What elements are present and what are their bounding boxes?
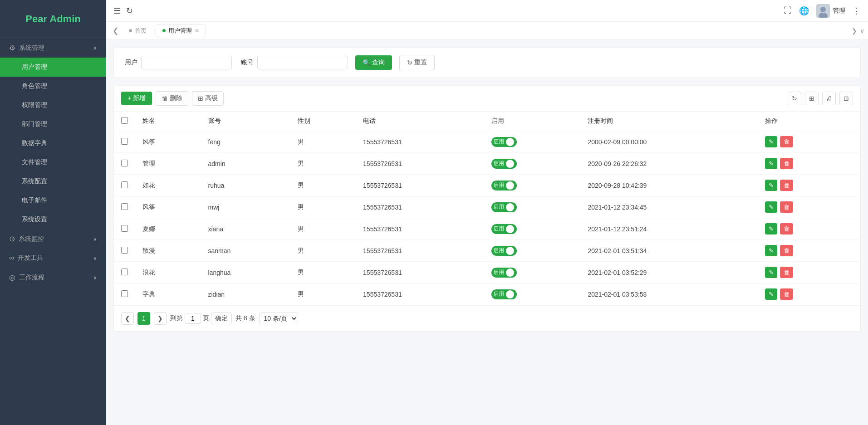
sidebar-group-header-workflow[interactable]: ◎ 工作流程 ∨ — [0, 268, 106, 287]
refresh-icon[interactable]: ↻ — [126, 6, 133, 16]
sidebar-item-permission-management[interactable]: 权限管理 — [0, 96, 106, 115]
toggle-enabled-6[interactable]: 启用 — [491, 268, 517, 278]
cell-gender-7: 男 — [290, 283, 356, 305]
cell-phone-5: 15553726531 — [356, 240, 484, 262]
fullscreen-icon[interactable]: ⛶ — [784, 6, 792, 15]
tab-home[interactable]: 首页 — [123, 25, 153, 37]
toggle-enabled-7[interactable]: 启用 — [491, 289, 517, 299]
edit-button-7[interactable]: ✎ — [765, 288, 777, 300]
user-search-input[interactable] — [141, 56, 232, 69]
print-button[interactable]: 🖨 — [822, 92, 836, 105]
sidebar-group-label-system-management: 系统管理 — [19, 44, 44, 52]
goto-input[interactable] — [185, 313, 201, 324]
toggle-enabled-4[interactable]: 启用 — [491, 224, 517, 234]
account-search-input[interactable] — [257, 56, 348, 69]
edit-button-6[interactable]: ✎ — [765, 267, 777, 278]
globe-icon[interactable]: 🌐 — [799, 6, 809, 16]
edit-button-3[interactable]: ✎ — [765, 201, 777, 213]
sidebar-item-role-management[interactable]: 角色管理 — [0, 77, 106, 96]
tab-nav-prev[interactable]: ❮ — [110, 26, 121, 35]
sidebar-item-data-dictionary[interactable]: 数据字典 — [0, 134, 106, 153]
delete-row-button-0[interactable]: 🗑 — [780, 136, 793, 147]
delete-row-button-1[interactable]: 🗑 — [780, 158, 793, 169]
row-checkbox-4[interactable] — [121, 225, 128, 232]
edit-button-1[interactable]: ✎ — [765, 158, 777, 169]
sidebar-group-header-system-monitor[interactable]: ⊙ 系统监控 ∨ — [0, 229, 106, 249]
cell-account-6: langhua — [201, 262, 290, 283]
cell-name-3: 风筝 — [135, 196, 201, 218]
column-settings-button[interactable]: ⊞ — [805, 92, 819, 105]
chevron-down-icon-dev: ∨ — [93, 255, 97, 261]
sidebar-group-header-dev-tools[interactable]: ∞ 开发工具 ∨ — [0, 249, 106, 268]
cell-actions-4: ✎ 🗑 — [758, 218, 860, 239]
cell-enabled-5: 启用 — [484, 240, 580, 262]
sidebar-group-header-system-management[interactable]: ⚙ 系统管理 ∧ — [0, 38, 106, 58]
delete-row-button-7[interactable]: 🗑 — [780, 288, 793, 300]
sidebar-item-system-settings[interactable]: 系统设置 — [0, 210, 106, 229]
col-phone: 电话 — [356, 112, 484, 131]
cell-gender-5: 男 — [290, 240, 356, 262]
search-button[interactable]: 🔍 查询 — [355, 55, 392, 70]
toggle-label-1: 启用 — [493, 160, 504, 167]
delete-button[interactable]: 🗑 删除 — [156, 91, 188, 106]
page-size-select[interactable]: 10 条/页 20 条/页 50 条/页 — [259, 313, 298, 324]
refresh-table-button[interactable]: ↻ — [788, 92, 801, 105]
page-goto: 到第 页 确定 — [170, 313, 232, 324]
delete-row-button-6[interactable]: 🗑 — [780, 267, 793, 278]
cell-regtime-1: 2020-09-26 22:26:32 — [580, 153, 757, 175]
goto-confirm-button[interactable]: 确定 — [211, 313, 232, 324]
row-checkbox-6[interactable] — [121, 269, 128, 275]
delete-row-button-2[interactable]: 🗑 — [780, 180, 793, 191]
sidebar-item-email[interactable]: 电子邮件 — [0, 191, 106, 210]
delete-row-button-3[interactable]: 🗑 — [780, 201, 793, 213]
row-checkbox-7[interactable] — [121, 290, 128, 297]
cell-regtime-3: 2021-01-12 23:34:45 — [580, 196, 757, 218]
toggle-enabled-2[interactable]: 启用 — [491, 181, 517, 191]
tab-dot-home — [129, 29, 132, 32]
export-button[interactable]: ⊡ — [839, 92, 853, 105]
toggle-enabled-1[interactable]: 启用 — [491, 159, 517, 169]
page-prev-button[interactable]: ❮ — [121, 312, 134, 325]
menu-toggle-icon[interactable]: ☰ — [113, 6, 121, 16]
sidebar-item-user-management[interactable]: 用户管理 — [0, 58, 106, 77]
more-options-icon[interactable]: ⋮ — [853, 6, 861, 16]
toggle-circle-7 — [506, 290, 514, 298]
select-all-checkbox[interactable] — [121, 117, 128, 124]
sidebar-item-file-management[interactable]: 文件管理 — [0, 153, 106, 172]
sidebar-item-department-management[interactable]: 部门管理 — [0, 115, 106, 134]
advanced-button[interactable]: ⊞ 高级 — [192, 91, 224, 106]
add-button[interactable]: + 新增 — [121, 92, 152, 105]
col-enabled: 启用 — [484, 112, 580, 131]
edit-button-0[interactable]: ✎ — [765, 136, 777, 147]
toggle-enabled-3[interactable]: 启用 — [491, 202, 517, 212]
toggle-enabled-5[interactable]: 启用 — [491, 246, 517, 256]
reset-button[interactable]: ↻ 重置 — [399, 55, 435, 70]
edit-button-5[interactable]: ✎ — [765, 245, 777, 256]
cell-enabled-1: 启用 — [484, 153, 580, 175]
edit-button-4[interactable]: ✎ — [765, 223, 777, 234]
row-checkbox-0[interactable] — [121, 138, 128, 145]
tab-close-icon[interactable]: ✕ — [195, 28, 199, 34]
tab-nav-expand[interactable]: ∨ — [860, 27, 864, 34]
page-next-button[interactable]: ❯ — [154, 312, 167, 325]
cell-enabled-3: 启用 — [484, 196, 580, 218]
delete-row-button-5[interactable]: 🗑 — [780, 245, 793, 256]
sidebar-group-label-dev-tools: 开发工具 — [18, 254, 43, 262]
toggle-enabled-0[interactable]: 启用 — [491, 137, 517, 147]
row-checkbox-1[interactable] — [121, 160, 128, 166]
topbar: ☰ ↻ ⛶ 🌐 管理 ⋮ — [106, 0, 868, 22]
sidebar-group-label-workflow: 工作流程 — [19, 274, 44, 282]
edit-button-2[interactable]: ✎ — [765, 180, 777, 191]
page-1-button[interactable]: 1 — [137, 312, 150, 325]
row-checkbox-3[interactable] — [121, 203, 128, 210]
sidebar-item-system-config[interactable]: 系统配置 — [0, 172, 106, 191]
row-checkbox-5[interactable] — [121, 247, 128, 254]
user-menu[interactable]: 管理 — [816, 4, 845, 18]
delete-row-button-4[interactable]: 🗑 — [780, 223, 793, 234]
tab-nav-next[interactable]: ❯ — [852, 27, 857, 34]
cell-actions-1: ✎ 🗑 — [758, 153, 860, 174]
row-checkbox-2[interactable] — [121, 181, 128, 188]
tab-user-management[interactable]: 用户管理 ✕ — [156, 24, 206, 37]
search-bar: 用户 账号 🔍 查询 ↻ 重置 — [113, 47, 861, 78]
tab-user-management-label: 用户管理 — [168, 27, 192, 35]
